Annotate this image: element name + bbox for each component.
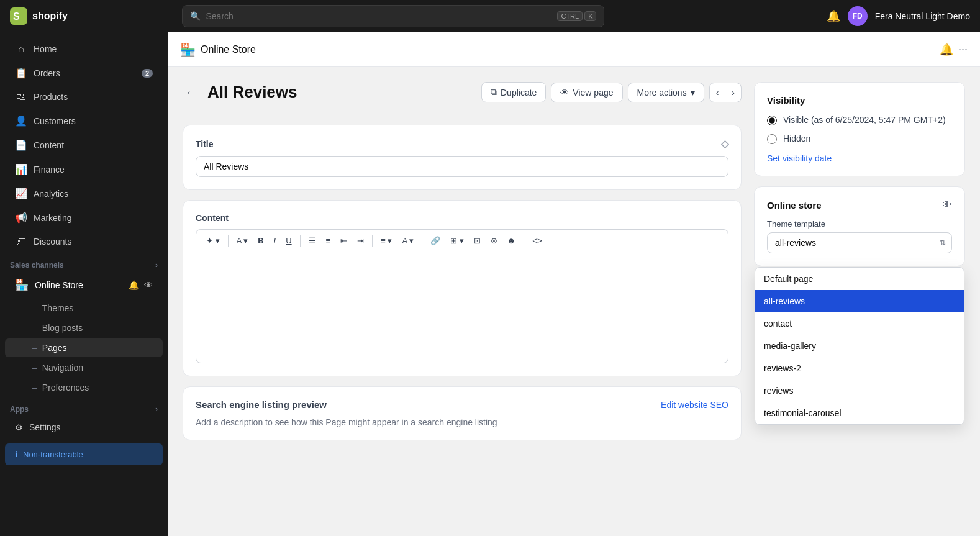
- bold-btn[interactable]: B: [254, 234, 267, 248]
- table-btn[interactable]: ⊞ ▾: [447, 234, 468, 248]
- more-actions-chevron-icon: ▾: [691, 88, 695, 98]
- back-button[interactable]: ←: [183, 83, 200, 102]
- eye-online-store-icon[interactable]: 👁: [144, 280, 153, 290]
- svg-text:S: S: [13, 11, 20, 22]
- edit-seo-link[interactable]: Edit website SEO: [661, 400, 728, 410]
- font-btn[interactable]: A ▾: [233, 234, 252, 248]
- header-ellipsis-button[interactable]: ···: [958, 43, 968, 57]
- search-input[interactable]: [206, 11, 552, 21]
- text-color-btn[interactable]: A ▾: [398, 234, 417, 248]
- seo-title: Search engine listing preview: [196, 399, 327, 410]
- sidebar-sub-pages[interactable]: – Pages: [5, 338, 163, 357]
- theme-template-label: Theme template: [767, 219, 952, 229]
- search-bar[interactable]: 🔍 CTRL K: [182, 5, 604, 27]
- header-bell-icon[interactable]: 🔔: [940, 43, 953, 57]
- video-btn[interactable]: ⊗: [487, 234, 501, 248]
- align-btn[interactable]: ≡ ▾: [377, 234, 396, 248]
- sidebar-item-discounts[interactable]: 🏷 Discounts: [5, 230, 163, 253]
- sidebar-item-settings[interactable]: ⚙ Settings: [5, 417, 163, 438]
- store-icon-wrapper: 🏪 Online Store: [180, 42, 256, 57]
- toolbar-sep-4: [422, 235, 422, 247]
- emoji-btn[interactable]: ☻: [504, 234, 520, 248]
- sidebar-item-finance[interactable]: 📊 Finance: [5, 158, 163, 181]
- sidebar-item-orders[interactable]: 📋 Orders 2: [5, 61, 163, 84]
- apps-chevron-icon: ›: [155, 405, 158, 414]
- magic-btn[interactable]: ✦ ▾: [202, 234, 224, 248]
- sidebar-item-customers[interactable]: 👤 Customers: [5, 109, 163, 132]
- online-store-icon: 🏪: [15, 278, 29, 292]
- online-store-eye-icon[interactable]: 👁: [942, 199, 952, 211]
- theme-template-select[interactable]: Default page all-reviews contact media-g…: [767, 232, 952, 253]
- title-section-label: Title ◇: [196, 138, 728, 150]
- title-input[interactable]: [196, 156, 728, 177]
- visible-label: Visible (as of 6/25/2024, 5:47 PM GMT+2): [783, 114, 946, 127]
- orders-icon: 📋: [15, 67, 27, 79]
- italic-btn[interactable]: I: [270, 234, 280, 248]
- toolbar-sep-5: [524, 235, 524, 247]
- content-card: Content ✦ ▾ A ▾ B I U ☰ ≡ ⇤ ⇥: [183, 200, 742, 376]
- top-nav-right: 🔔 FD Fera Neutral Light Demo: [827, 6, 970, 26]
- duplicate-button[interactable]: ⧉ Duplicate: [481, 82, 546, 102]
- dropdown-item-reviews-2[interactable]: reviews-2: [755, 357, 964, 379]
- page-actions: ⧉ Duplicate 👁 View page More actions ▾: [481, 82, 742, 102]
- view-page-button[interactable]: 👁 View page: [551, 83, 622, 102]
- sidebar-sub-navigation[interactable]: – Navigation: [5, 358, 163, 377]
- sidebar-item-online-store[interactable]: 🏪 Online Store 🔔 👁: [5, 273, 163, 298]
- duplicate-icon: ⧉: [491, 87, 497, 98]
- sidebar-item-products[interactable]: 🛍 Products: [5, 86, 163, 108]
- online-store-icons: 🔔 👁: [129, 280, 153, 290]
- unordered-list-btn[interactable]: ☰: [305, 234, 320, 248]
- dropdown-item-default-page[interactable]: Default page: [755, 268, 964, 290]
- outdent-btn[interactable]: ⇤: [337, 234, 351, 248]
- hidden-radio[interactable]: [767, 134, 777, 144]
- link-btn[interactable]: 🔗: [427, 234, 444, 248]
- dropdown-item-testimonial-carousel[interactable]: testimonial-carousel: [755, 402, 964, 424]
- dropdown-item-contact[interactable]: contact: [755, 312, 964, 335]
- sidebar-sub-preferences[interactable]: – Preferences: [5, 378, 163, 397]
- header-right-actions: 🔔 ···: [940, 43, 968, 57]
- sidebar-item-content[interactable]: 📄 Content: [5, 134, 163, 157]
- next-page-button[interactable]: ›: [725, 83, 742, 102]
- home-icon: ⌂: [15, 43, 27, 55]
- sales-channels-chevron-icon: ›: [155, 261, 158, 270]
- finance-icon: 📊: [15, 163, 27, 175]
- avatar: FD: [848, 6, 868, 26]
- underline-btn[interactable]: U: [282, 234, 295, 248]
- page-header-bar: 🏪 Online Store 🔔 ···: [168, 32, 980, 67]
- sidebar-item-analytics[interactable]: 📈 Analytics: [5, 182, 163, 205]
- dropdown-item-media-gallery[interactable]: media-gallery: [755, 335, 964, 357]
- sidebar-sub-blog-posts[interactable]: – Blog posts: [5, 319, 163, 337]
- user-name: Fera Neutral Light Demo: [875, 11, 970, 21]
- toolbar-sep-3: [372, 235, 373, 247]
- ordered-list-btn[interactable]: ≡: [322, 234, 335, 248]
- previous-page-button[interactable]: ‹: [709, 83, 725, 102]
- dropdown-item-all-reviews[interactable]: all-reviews: [755, 290, 964, 312]
- main-column: ← All Reviews ⧉ Duplicate 👁 View page Mo…: [183, 82, 742, 521]
- search-icon: 🔍: [190, 11, 201, 21]
- store-nav-icon: 🏪: [180, 42, 196, 57]
- seo-header: Search engine listing preview Edit websi…: [196, 399, 728, 410]
- content-area: 🏪 Online Store 🔔 ··· ← All Reviews ⧉: [168, 32, 980, 536]
- shopify-logo: S shopify: [10, 7, 68, 25]
- sidebar-item-home[interactable]: ⌂ Home: [5, 38, 163, 60]
- page-title: All Reviews: [207, 83, 297, 102]
- editor-body[interactable]: [196, 252, 728, 363]
- customers-icon: 👤: [15, 115, 27, 127]
- visible-radio[interactable]: [767, 116, 777, 125]
- non-transferable-banner[interactable]: ℹ Non-transferable: [5, 443, 163, 465]
- sidebar-sub-themes[interactable]: – Themes: [5, 299, 163, 317]
- visibility-visible-option: Visible (as of 6/25/2024, 5:47 PM GMT+2): [767, 114, 952, 127]
- set-visibility-date-link[interactable]: Set visibility date: [767, 153, 952, 163]
- code-btn[interactable]: <>: [529, 234, 545, 248]
- visibility-radio-group: Visible (as of 6/25/2024, 5:47 PM GMT+2)…: [767, 114, 952, 145]
- indent-btn[interactable]: ⇥: [353, 234, 368, 248]
- notification-bell-icon[interactable]: 🔔: [827, 9, 840, 23]
- dropdown-item-reviews[interactable]: reviews: [755, 379, 964, 402]
- info-icon: ℹ: [15, 450, 18, 459]
- marketing-icon: 📢: [15, 212, 27, 224]
- image-btn[interactable]: ⊡: [470, 234, 484, 248]
- discounts-icon: 🏷: [15, 236, 27, 247]
- sidebar-item-marketing[interactable]: 📢 Marketing: [5, 206, 163, 229]
- bell-online-store-icon[interactable]: 🔔: [129, 280, 139, 290]
- more-actions-button[interactable]: More actions ▾: [628, 83, 704, 102]
